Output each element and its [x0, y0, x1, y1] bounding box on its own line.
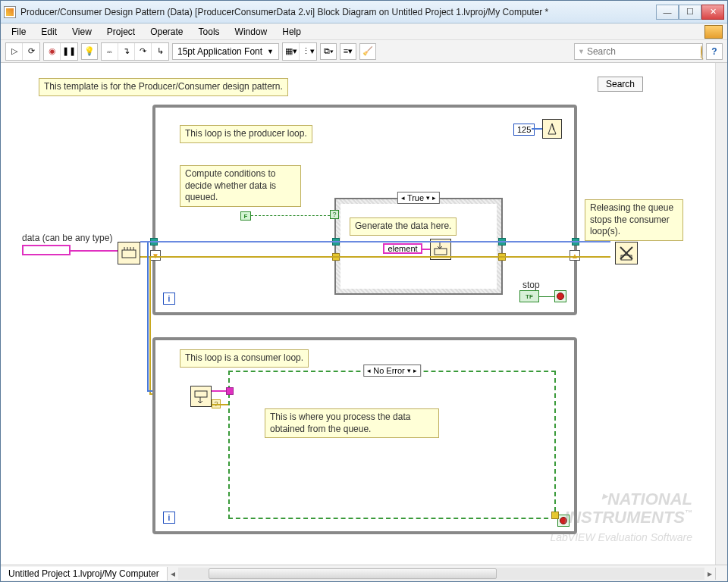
dequeue-element-node[interactable]: [190, 386, 212, 407]
wire-blue: [532, 128, 542, 130]
element-control[interactable]: element: [383, 243, 422, 254]
case-prev-icon[interactable]: ◂: [401, 194, 405, 202]
producer-comment[interactable]: This loop is the producer loop.: [180, 125, 312, 143]
metronome-icon: [544, 121, 560, 136]
case-label-noerror: No Error: [373, 366, 405, 375]
menu-project[interactable]: Project: [101, 25, 141, 39]
false-constant[interactable]: F: [240, 211, 251, 221]
menu-tools[interactable]: Tools: [193, 25, 226, 39]
chevron-down-icon: ▼: [578, 48, 585, 55]
font-dropdown[interactable]: 15pt Application Font ▼: [172, 43, 279, 60]
distribute-button[interactable]: ⋮▾: [300, 43, 316, 60]
horizontal-scrollbar[interactable]: [178, 568, 704, 580]
stop-label: stop: [522, 280, 540, 290]
scroll-right-button[interactable]: ▸: [704, 568, 715, 579]
data-control-label: data (can be any type): [22, 233, 112, 243]
compute-comment[interactable]: Compute conditions to decide whether dat…: [180, 165, 301, 207]
menu-view[interactable]: View: [66, 25, 98, 39]
minimize-button[interactable]: —: [656, 5, 679, 20]
pause-button[interactable]: ❚❚: [61, 43, 77, 60]
iteration-terminal-consumer[interactable]: i: [163, 512, 175, 524]
svg-rect-0: [122, 250, 136, 258]
retain-wires-button[interactable]: ⎓: [102, 43, 118, 60]
obtain-queue-node[interactable]: [118, 242, 140, 264]
consumer-error-tunnel: [551, 512, 559, 519]
dequeue-icon: [193, 388, 209, 405]
scrollbar-thumb[interactable]: [209, 568, 497, 579]
wait-ms-node[interactable]: [542, 119, 562, 139]
queue-icon: [120, 244, 138, 262]
process-comment[interactable]: This is where you process the data obtai…: [265, 408, 439, 438]
search-input[interactable]: [587, 46, 701, 57]
case-selector-noerror[interactable]: ◂ No Error ▾ ▸: [363, 365, 421, 377]
stop-control[interactable]: TF: [519, 290, 539, 302]
menu-operate[interactable]: Operate: [144, 25, 189, 39]
reorder-button[interactable]: ≡▾: [340, 43, 356, 60]
wire-bool: [251, 215, 330, 216]
wire-pink: [71, 250, 118, 252]
menu-window[interactable]: Window: [229, 25, 274, 39]
consumer-comment[interactable]: This loop is a consumer loop.: [180, 349, 309, 368]
project-path-tab[interactable]: Untitled Project 1.lvproj/My Computer: [1, 567, 168, 580]
highlight-button[interactable]: 💡: [81, 43, 98, 60]
abort-button[interactable]: ◉: [44, 43, 61, 60]
menu-help[interactable]: Help: [276, 25, 307, 39]
consumer-loop-condition[interactable]: [557, 515, 570, 527]
vi-icon[interactable]: [704, 25, 723, 39]
menubar: File Edit View Project Operate Tools Win…: [1, 23, 727, 40]
step-into-button[interactable]: ↴: [118, 43, 135, 60]
search-box[interactable]: ▼: [574, 43, 703, 60]
iteration-terminal[interactable]: i: [163, 293, 175, 305]
wire-dequeue-error: [212, 404, 228, 405]
maximize-button[interactable]: ☐: [679, 5, 701, 20]
data-control[interactable]: [22, 245, 71, 255]
context-help-button[interactable]: ?: [706, 43, 723, 60]
stop-icon: [557, 293, 564, 300]
case-label: True: [407, 193, 424, 202]
vertical-scrollbar[interactable]: [715, 63, 727, 565]
case-selector-true[interactable]: ◂ True ▾ ▸: [397, 192, 440, 204]
stop-icon: [560, 517, 567, 524]
block-diagram-canvas[interactable]: This template is for the Producer/Consum…: [1, 63, 727, 565]
case-structure-consumer[interactable]: ◂ No Error ▾ ▸: [228, 371, 556, 519]
search-palette-button[interactable]: Search: [598, 77, 643, 92]
release-comment[interactable]: Releasing the queue stops the consumer l…: [585, 199, 683, 241]
menu-file[interactable]: File: [5, 25, 32, 39]
shift-register-left: ▼: [150, 250, 161, 261]
align-button[interactable]: ▦▾: [283, 43, 300, 60]
wire-element: [422, 249, 430, 250]
loop-condition-terminal[interactable]: [554, 290, 566, 302]
resize-button[interactable]: ⧉▾: [320, 43, 337, 60]
toolbar: ▷ ⟳ ◉ ❚❚ 💡 ⎓ ↴ ↷ ↳ 15pt Application Font…: [1, 40, 727, 63]
close-button[interactable]: ✕: [701, 5, 724, 20]
case-next-icon[interactable]: ▸: [413, 367, 417, 374]
svg-rect-11: [195, 391, 207, 397]
run-button[interactable]: ▷: [6, 43, 23, 60]
release-queue-icon: [617, 244, 635, 262]
ms-constant[interactable]: 125: [513, 124, 535, 136]
statusbar: Untitled Project 1.lvproj/My Computer ◂ …: [1, 565, 727, 581]
cleanup-button[interactable]: 🧹: [359, 43, 376, 60]
scroll-left-button[interactable]: ◂: [168, 568, 178, 579]
menu-edit[interactable]: Edit: [35, 25, 63, 39]
case-prev-icon[interactable]: ◂: [367, 367, 371, 374]
wire-stop: [539, 296, 554, 297]
run-continuous-button[interactable]: ⟳: [23, 43, 39, 60]
release-queue-node[interactable]: [615, 242, 638, 264]
font-label: 15pt Application Font: [177, 46, 262, 57]
labview-icon: [4, 6, 16, 18]
case-dropdown-icon[interactable]: ▾: [407, 367, 411, 374]
case-selector-terminal[interactable]: ?: [330, 210, 339, 219]
template-comment[interactable]: This template is for the Producer/Consum…: [39, 78, 288, 96]
case-next-icon[interactable]: ▸: [432, 194, 436, 202]
watermark: ▸NATIONAL INSTRUMENTS™: [564, 490, 692, 527]
step-over-button[interactable]: ↷: [135, 43, 152, 60]
step-out-button[interactable]: ↳: [152, 43, 168, 60]
case-tunnel-data: [226, 387, 234, 395]
case-dropdown-icon[interactable]: ▾: [426, 194, 430, 202]
wire-error-down: [149, 258, 151, 394]
wire-queue-down: [147, 242, 149, 391]
generate-comment[interactable]: Generate the data here.: [350, 217, 457, 236]
titlebar[interactable]: Producer/Consumer Design Pattern (Data) …: [1, 1, 727, 23]
resize-grip[interactable]: [715, 568, 727, 580]
